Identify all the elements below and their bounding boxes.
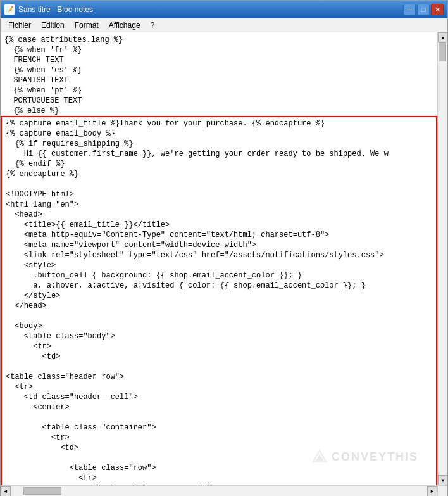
watermark-logo-icon (310, 447, 329, 466)
window-title: Sans titre - Bloc-notes (18, 5, 93, 14)
scroll-track-h[interactable] (11, 486, 427, 497)
title-bar-left: 📝 Sans titre - Bloc-notes (4, 4, 93, 15)
code-highlighted: {% capture email_title %}Thank you for y… (2, 117, 436, 485)
app-icon: 📝 (4, 4, 15, 15)
scroll-track-v[interactable] (438, 42, 447, 475)
horizontal-scrollbar[interactable]: ◄ ► (1, 486, 437, 496)
close-button[interactable]: ✕ (431, 4, 444, 15)
notepad-window: 📝 Sans titre - Bloc-notes ─ □ ✕ Fichier … (0, 0, 448, 496)
menu-bar: Fichier Edition Format Affichage ? (1, 18, 447, 32)
watermark: CONVEYTHIS (310, 447, 418, 466)
scroll-down-button[interactable]: ▼ (438, 475, 447, 485)
menu-format[interactable]: Format (70, 20, 104, 31)
menu-help[interactable]: ? (146, 20, 160, 31)
window-controls: ─ □ ✕ (403, 4, 444, 15)
scroll-thumb-v[interactable] (439, 42, 446, 61)
content-area: {% case attributes.lang %} {% when 'fr' … (1, 32, 447, 485)
maximize-button[interactable]: □ (417, 4, 430, 15)
horizontal-scrollbar-row: ◄ ► (1, 485, 447, 495)
vertical-scrollbar[interactable]: ▲ ▼ (437, 32, 447, 485)
watermark-text: CONVEYTHIS (332, 450, 418, 464)
highlighted-code-section: {% capture email_title %}Thank you for y… (1, 116, 437, 485)
scroll-right-button[interactable]: ► (427, 486, 437, 497)
minimize-button[interactable]: ─ (403, 4, 416, 15)
menu-affichage[interactable]: Affichage (104, 20, 146, 31)
scroll-up-button[interactable]: ▲ (438, 32, 447, 42)
scroll-left-button[interactable]: ◄ (1, 486, 11, 497)
scroll-thumb-h[interactable] (23, 487, 61, 495)
scrollbar-corner (437, 486, 447, 496)
text-editor-area[interactable]: {% case attributes.lang %} {% when 'fr' … (1, 32, 437, 485)
code-top: {% case attributes.lang %} {% when 'fr' … (1, 32, 437, 116)
menu-fichier[interactable]: Fichier (3, 20, 36, 31)
title-bar: 📝 Sans titre - Bloc-notes ─ □ ✕ (1, 1, 447, 18)
menu-edition[interactable]: Edition (36, 20, 70, 31)
